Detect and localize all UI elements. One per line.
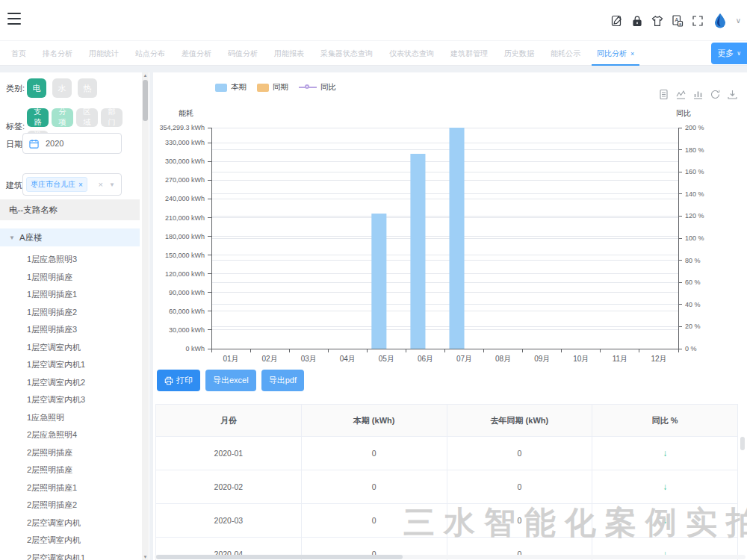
bar-chart-icon[interactable] <box>692 89 704 100</box>
trend-down-icon: ↓ <box>663 515 667 526</box>
chart-toolbox <box>658 89 738 100</box>
tab-仪表状态查询[interactable]: 仪表状态查询 <box>381 41 442 66</box>
svg-text:02月: 02月 <box>262 355 278 363</box>
more-tabs-button[interactable]: 更多 ∨ <box>711 43 747 64</box>
tab-能耗公示[interactable]: 能耗公示 <box>542 41 589 66</box>
scrollbar-thumb[interactable] <box>740 437 745 450</box>
tab-label: 仪表状态查询 <box>389 49 434 57</box>
tag-option-分项[interactable]: 分项 <box>52 108 73 127</box>
tree-root-node[interactable]: ▼ A座楼 <box>0 228 140 246</box>
sidebar-scrollbar[interactable]: ▲ ▼ <box>142 72 149 560</box>
tab-label: 排名分析 <box>43 49 72 57</box>
svg-text:180,000 kWh: 180,000 kWh <box>165 233 205 240</box>
tree-item[interactable]: 2层空调室内机1 <box>0 550 140 560</box>
tab-用能统计[interactable]: 用能统计 <box>81 41 127 66</box>
scroll-up-icon[interactable]: ▲ <box>142 73 149 78</box>
translate-icon[interactable]: Aa <box>671 14 684 28</box>
tree-item[interactable]: 2层空调室内机 <box>0 532 140 550</box>
table-scrollbar[interactable] <box>740 437 745 556</box>
tree-item[interactable]: 2层应急照明4 <box>0 426 140 444</box>
tab-站点分布[interactable]: 站点分布 <box>127 41 173 66</box>
tree-item[interactable]: 1层空调室内机1 <box>0 356 140 374</box>
tab-label: 采集器状态查询 <box>320 49 373 57</box>
lock-icon[interactable] <box>630 14 644 28</box>
tree-item[interactable]: 1层照明插座 <box>0 269 140 287</box>
tab-label: 站点分布 <box>135 49 165 57</box>
date-picker[interactable] <box>22 133 122 154</box>
monthly-comparison-table: 月份本期 (kWh)去年同期 (kWh)同比 % 2020-0100↓2020-… <box>155 404 738 560</box>
header-icons: Aa ∨ <box>610 0 741 41</box>
tab-用能报表[interactable]: 用能报表 <box>266 41 312 66</box>
hamburger-menu-icon[interactable] <box>7 13 21 25</box>
tab-差值分析[interactable]: 差值分析 <box>173 41 220 66</box>
tree-item[interactable]: 2层照明插座 <box>0 444 140 462</box>
table-cell: 0 <box>301 437 447 470</box>
horizontal-scrollbar[interactable] <box>155 555 746 559</box>
filter-sidebar: 类别: 电水热 标签: 支路分项区域部门设备 日期: 建筑: 枣庄市台儿庄 × … <box>0 72 149 560</box>
tab-建筑群管理[interactable]: 建筑群管理 <box>442 41 496 66</box>
svg-text:60 %: 60 % <box>685 279 701 286</box>
svg-text:06月: 06月 <box>418 355 433 363</box>
export-pdf-button[interactable]: 导出pdf <box>261 370 304 391</box>
legend-swatch <box>215 84 227 92</box>
chevron-down-icon[interactable]: ∨ <box>736 17 741 25</box>
download-icon[interactable] <box>727 89 738 100</box>
print-button[interactable]: 打印 <box>157 370 200 391</box>
legend-swatch <box>257 84 269 92</box>
tree-item[interactable]: 1层应急照明3 <box>0 251 140 269</box>
svg-text:240,000 kWh: 240,000 kWh <box>165 195 205 202</box>
tree-item[interactable]: 1层空调室内机3 <box>0 391 140 409</box>
tab-历史数据[interactable]: 历史数据 <box>496 41 542 66</box>
tab-首页[interactable]: 首页 <box>3 41 34 66</box>
note-edit-icon[interactable] <box>610 14 624 28</box>
caret-down-icon[interactable]: ▼ <box>9 234 15 241</box>
line-chart-icon[interactable] <box>675 89 686 100</box>
tree-item[interactable]: 2层照明插座1 <box>0 479 140 497</box>
export-excel-label: 导出excel <box>213 375 249 386</box>
tree-item[interactable]: 2层空调室内机 <box>0 514 140 532</box>
scrollbar-thumb[interactable] <box>156 555 403 559</box>
brand-logo[interactable] <box>711 12 729 30</box>
restore-icon[interactable] <box>710 89 721 100</box>
fullscreen-icon[interactable] <box>691 14 704 28</box>
category-option-电[interactable]: 电 <box>27 78 46 98</box>
legend-item-同比[interactable]: 同比 <box>299 82 336 93</box>
tree-item[interactable]: 1应急照明 <box>0 409 140 427</box>
tree-item[interactable]: 1层空调室内机 <box>0 339 140 357</box>
tab-同比分析[interactable]: 同比分析× <box>589 41 642 66</box>
svg-text:300,000 kWh: 300,000 kWh <box>165 158 205 165</box>
tree-item[interactable]: 1层空调室内机2 <box>0 374 140 392</box>
svg-text:270,000 kWh: 270,000 kWh <box>165 176 205 184</box>
date-input[interactable] <box>44 138 104 149</box>
tag-close-icon[interactable]: × <box>78 181 83 189</box>
tag-option-区域[interactable]: 区域 <box>76 108 98 127</box>
legend-item-同期[interactable]: 同期 <box>257 82 288 93</box>
legend-item-本期[interactable]: 本期 <box>215 82 247 93</box>
svg-text:90,000 kWh: 90,000 kWh <box>169 289 205 296</box>
tab-采集器状态查询[interactable]: 采集器状态查询 <box>312 41 381 66</box>
category-option-水[interactable]: 水 <box>52 78 72 98</box>
tab-label: 建筑群管理 <box>450 49 488 57</box>
chevron-down-icon[interactable]: ▼ <box>109 181 115 188</box>
tab-close-icon[interactable]: × <box>630 50 634 57</box>
tab-码值分析[interactable]: 码值分析 <box>220 41 266 66</box>
print-button-label: 打印 <box>176 375 193 386</box>
tree-item[interactable]: 1层照明插座3 <box>0 321 140 339</box>
svg-text:330,000 kWh: 330,000 kWh <box>165 139 205 146</box>
category-option-热[interactable]: 热 <box>78 78 97 98</box>
tag-option-支路[interactable]: 支路 <box>27 108 49 127</box>
tree-item[interactable]: 2层照明插座 <box>0 461 140 479</box>
data-view-icon[interactable] <box>658 89 669 100</box>
tab-排名分析[interactable]: 排名分析 <box>34 41 81 66</box>
tree-item[interactable]: 1层照明插座2 <box>0 304 140 322</box>
category-filter-row: 类别: 电水热 <box>6 78 103 98</box>
scrollbar-thumb[interactable] <box>143 80 148 121</box>
export-excel-button[interactable]: 导出excel <box>205 370 256 391</box>
tag-option-部门[interactable]: 部门 <box>101 108 123 127</box>
select-clear-icon[interactable]: × <box>99 180 103 189</box>
theme-shirt-icon[interactable] <box>651 14 664 28</box>
building-select[interactable]: 枣庄市台儿庄 × × ▼ <box>22 173 122 196</box>
scroll-down-icon[interactable]: ▼ <box>142 555 149 559</box>
tree-item[interactable]: 1层照明插座1 <box>0 286 140 304</box>
tree-item[interactable]: 2层照明插座2 <box>0 497 140 514</box>
